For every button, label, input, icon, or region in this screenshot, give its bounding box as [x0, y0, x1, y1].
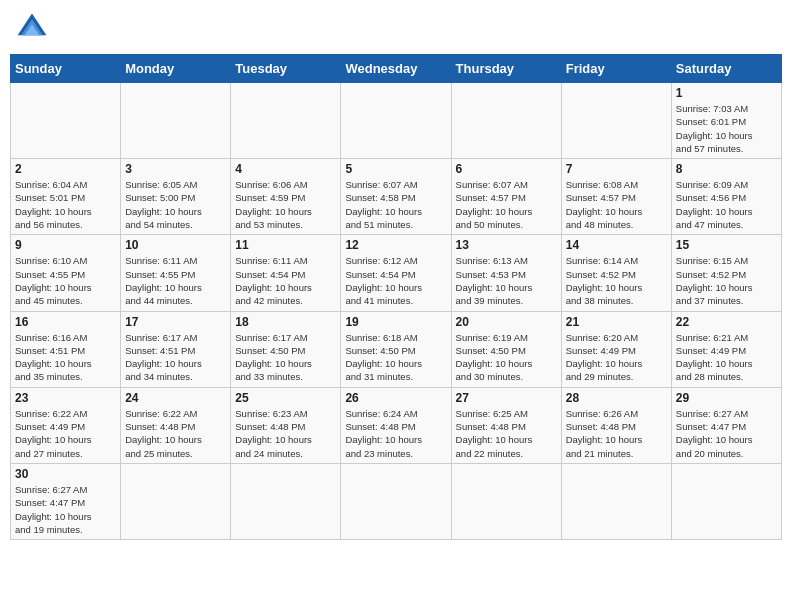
weekday-header-friday: Friday	[561, 55, 671, 83]
day-number: 4	[235, 162, 336, 176]
calendar-week-row: 1Sunrise: 7:03 AM Sunset: 6:01 PM Daylig…	[11, 83, 782, 159]
calendar-cell: 17Sunrise: 6:17 AM Sunset: 4:51 PM Dayli…	[121, 311, 231, 387]
day-number: 24	[125, 391, 226, 405]
calendar-cell: 27Sunrise: 6:25 AM Sunset: 4:48 PM Dayli…	[451, 387, 561, 463]
day-info: Sunrise: 6:13 AM Sunset: 4:53 PM Dayligh…	[456, 254, 557, 307]
day-info: Sunrise: 6:27 AM Sunset: 4:47 PM Dayligh…	[15, 483, 116, 536]
day-number: 20	[456, 315, 557, 329]
day-number: 9	[15, 238, 116, 252]
day-info: Sunrise: 6:11 AM Sunset: 4:54 PM Dayligh…	[235, 254, 336, 307]
day-info: Sunrise: 6:18 AM Sunset: 4:50 PM Dayligh…	[345, 331, 446, 384]
weekday-header-sunday: Sunday	[11, 55, 121, 83]
calendar-cell: 28Sunrise: 6:26 AM Sunset: 4:48 PM Dayli…	[561, 387, 671, 463]
calendar-cell: 15Sunrise: 6:15 AM Sunset: 4:52 PM Dayli…	[671, 235, 781, 311]
day-number: 3	[125, 162, 226, 176]
day-number: 25	[235, 391, 336, 405]
day-number: 6	[456, 162, 557, 176]
day-number: 19	[345, 315, 446, 329]
weekday-header-saturday: Saturday	[671, 55, 781, 83]
day-info: Sunrise: 6:07 AM Sunset: 4:57 PM Dayligh…	[456, 178, 557, 231]
day-info: Sunrise: 6:11 AM Sunset: 4:55 PM Dayligh…	[125, 254, 226, 307]
day-info: Sunrise: 6:16 AM Sunset: 4:51 PM Dayligh…	[15, 331, 116, 384]
weekday-header-tuesday: Tuesday	[231, 55, 341, 83]
logo	[14, 10, 54, 46]
day-info: Sunrise: 6:17 AM Sunset: 4:51 PM Dayligh…	[125, 331, 226, 384]
calendar-cell: 23Sunrise: 6:22 AM Sunset: 4:49 PM Dayli…	[11, 387, 121, 463]
day-info: Sunrise: 6:04 AM Sunset: 5:01 PM Dayligh…	[15, 178, 116, 231]
calendar-cell: 18Sunrise: 6:17 AM Sunset: 4:50 PM Dayli…	[231, 311, 341, 387]
calendar-cell	[671, 463, 781, 539]
day-number: 23	[15, 391, 116, 405]
day-number: 26	[345, 391, 446, 405]
calendar-cell: 5Sunrise: 6:07 AM Sunset: 4:58 PM Daylig…	[341, 159, 451, 235]
weekday-header-thursday: Thursday	[451, 55, 561, 83]
calendar-cell: 24Sunrise: 6:22 AM Sunset: 4:48 PM Dayli…	[121, 387, 231, 463]
day-number: 10	[125, 238, 226, 252]
day-info: Sunrise: 6:19 AM Sunset: 4:50 PM Dayligh…	[456, 331, 557, 384]
calendar-week-row: 9Sunrise: 6:10 AM Sunset: 4:55 PM Daylig…	[11, 235, 782, 311]
day-info: Sunrise: 6:20 AM Sunset: 4:49 PM Dayligh…	[566, 331, 667, 384]
calendar-cell: 22Sunrise: 6:21 AM Sunset: 4:49 PM Dayli…	[671, 311, 781, 387]
calendar-cell: 21Sunrise: 6:20 AM Sunset: 4:49 PM Dayli…	[561, 311, 671, 387]
day-info: Sunrise: 6:06 AM Sunset: 4:59 PM Dayligh…	[235, 178, 336, 231]
calendar-cell	[121, 83, 231, 159]
day-info: Sunrise: 7:03 AM Sunset: 6:01 PM Dayligh…	[676, 102, 777, 155]
day-info: Sunrise: 6:24 AM Sunset: 4:48 PM Dayligh…	[345, 407, 446, 460]
calendar-table: SundayMondayTuesdayWednesdayThursdayFrid…	[10, 54, 782, 540]
day-number: 8	[676, 162, 777, 176]
calendar-cell	[231, 463, 341, 539]
day-number: 17	[125, 315, 226, 329]
day-number: 22	[676, 315, 777, 329]
day-info: Sunrise: 6:08 AM Sunset: 4:57 PM Dayligh…	[566, 178, 667, 231]
day-number: 29	[676, 391, 777, 405]
day-info: Sunrise: 6:05 AM Sunset: 5:00 PM Dayligh…	[125, 178, 226, 231]
calendar-week-row: 23Sunrise: 6:22 AM Sunset: 4:49 PM Dayli…	[11, 387, 782, 463]
calendar-cell	[11, 83, 121, 159]
day-number: 12	[345, 238, 446, 252]
calendar-cell: 8Sunrise: 6:09 AM Sunset: 4:56 PM Daylig…	[671, 159, 781, 235]
day-number: 7	[566, 162, 667, 176]
calendar-cell	[451, 83, 561, 159]
header	[10, 10, 782, 46]
calendar-cell: 7Sunrise: 6:08 AM Sunset: 4:57 PM Daylig…	[561, 159, 671, 235]
day-info: Sunrise: 6:25 AM Sunset: 4:48 PM Dayligh…	[456, 407, 557, 460]
day-info: Sunrise: 6:21 AM Sunset: 4:49 PM Dayligh…	[676, 331, 777, 384]
calendar-cell: 14Sunrise: 6:14 AM Sunset: 4:52 PM Dayli…	[561, 235, 671, 311]
day-number: 27	[456, 391, 557, 405]
calendar-cell: 20Sunrise: 6:19 AM Sunset: 4:50 PM Dayli…	[451, 311, 561, 387]
day-info: Sunrise: 6:12 AM Sunset: 4:54 PM Dayligh…	[345, 254, 446, 307]
day-info: Sunrise: 6:09 AM Sunset: 4:56 PM Dayligh…	[676, 178, 777, 231]
calendar-cell: 2Sunrise: 6:04 AM Sunset: 5:01 PM Daylig…	[11, 159, 121, 235]
day-number: 13	[456, 238, 557, 252]
day-number: 16	[15, 315, 116, 329]
day-number: 1	[676, 86, 777, 100]
calendar-cell: 12Sunrise: 6:12 AM Sunset: 4:54 PM Dayli…	[341, 235, 451, 311]
calendar-cell	[121, 463, 231, 539]
calendar-week-row: 2Sunrise: 6:04 AM Sunset: 5:01 PM Daylig…	[11, 159, 782, 235]
day-info: Sunrise: 6:26 AM Sunset: 4:48 PM Dayligh…	[566, 407, 667, 460]
calendar-cell: 25Sunrise: 6:23 AM Sunset: 4:48 PM Dayli…	[231, 387, 341, 463]
calendar-cell	[231, 83, 341, 159]
calendar-cell: 11Sunrise: 6:11 AM Sunset: 4:54 PM Dayli…	[231, 235, 341, 311]
calendar-cell: 13Sunrise: 6:13 AM Sunset: 4:53 PM Dayli…	[451, 235, 561, 311]
day-number: 21	[566, 315, 667, 329]
calendar-cell: 29Sunrise: 6:27 AM Sunset: 4:47 PM Dayli…	[671, 387, 781, 463]
day-number: 18	[235, 315, 336, 329]
day-info: Sunrise: 6:23 AM Sunset: 4:48 PM Dayligh…	[235, 407, 336, 460]
calendar-cell: 10Sunrise: 6:11 AM Sunset: 4:55 PM Dayli…	[121, 235, 231, 311]
calendar-cell: 9Sunrise: 6:10 AM Sunset: 4:55 PM Daylig…	[11, 235, 121, 311]
calendar-cell: 19Sunrise: 6:18 AM Sunset: 4:50 PM Dayli…	[341, 311, 451, 387]
calendar-cell: 6Sunrise: 6:07 AM Sunset: 4:57 PM Daylig…	[451, 159, 561, 235]
calendar-cell: 3Sunrise: 6:05 AM Sunset: 5:00 PM Daylig…	[121, 159, 231, 235]
calendar-cell: 1Sunrise: 7:03 AM Sunset: 6:01 PM Daylig…	[671, 83, 781, 159]
calendar-cell	[561, 463, 671, 539]
calendar-week-row: 16Sunrise: 6:16 AM Sunset: 4:51 PM Dayli…	[11, 311, 782, 387]
calendar-cell: 4Sunrise: 6:06 AM Sunset: 4:59 PM Daylig…	[231, 159, 341, 235]
day-info: Sunrise: 6:14 AM Sunset: 4:52 PM Dayligh…	[566, 254, 667, 307]
calendar-cell	[561, 83, 671, 159]
day-info: Sunrise: 6:10 AM Sunset: 4:55 PM Dayligh…	[15, 254, 116, 307]
day-info: Sunrise: 6:07 AM Sunset: 4:58 PM Dayligh…	[345, 178, 446, 231]
day-info: Sunrise: 6:15 AM Sunset: 4:52 PM Dayligh…	[676, 254, 777, 307]
logo-icon	[14, 10, 50, 46]
calendar-cell	[341, 463, 451, 539]
